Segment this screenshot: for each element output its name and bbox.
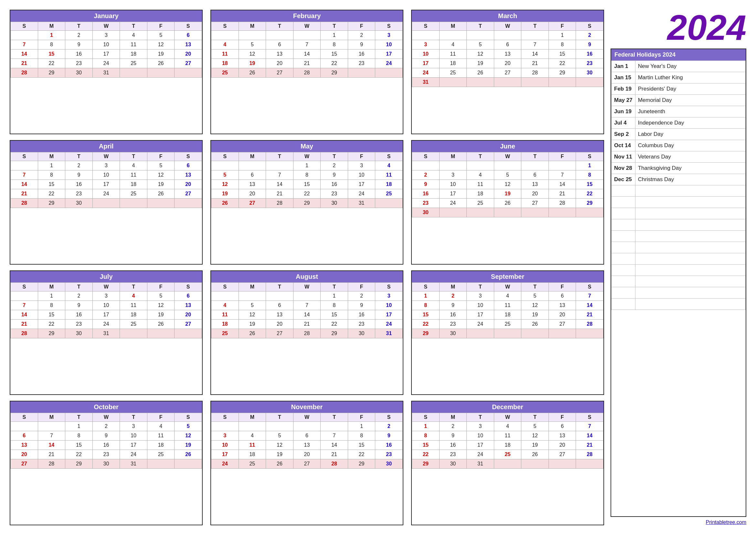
holiday-row: Oct 14Columbus Day (611, 140, 746, 152)
calendar-day: 4 (494, 292, 521, 301)
calendar-day: 18 (120, 310, 148, 320)
calendar-day: 19 (238, 59, 266, 68)
calendar-day: 9 (348, 40, 375, 49)
day-header: S (412, 152, 440, 161)
calendar-day: 24 (467, 320, 494, 329)
calendar-day: 6 (175, 292, 202, 301)
calendar-day: 20 (494, 59, 521, 68)
calendar-day: 21 (38, 450, 65, 459)
calendars-section: JanuarySMTWTFS12345678910111213141516171… (10, 10, 604, 525)
calendar-day: 30 (321, 199, 348, 208)
calendar-day: 20 (11, 450, 38, 459)
calendar-week-row: 123 (211, 292, 403, 301)
calendar-day: 7 (293, 301, 321, 310)
holiday-row-empty (611, 253, 746, 265)
calendar-day (521, 161, 549, 170)
calendar-day (375, 199, 403, 208)
holiday-date: Jun 19 (611, 106, 635, 117)
calendar-week-row: 78910111213 (11, 301, 202, 310)
day-header: F (147, 152, 175, 161)
calendar-day (521, 329, 549, 338)
day-header: T (65, 22, 93, 31)
day-header: S (211, 413, 239, 422)
calendar-day: 28 (11, 68, 38, 78)
calendar-day: 4 (439, 40, 467, 49)
calendar-day (549, 78, 576, 87)
calendar-week-row: 9101112131415 (412, 180, 604, 189)
holiday-name: Memorial Day (635, 95, 745, 106)
day-header: W (494, 283, 521, 292)
calendar-day: 1 (38, 31, 65, 40)
calendar-day: 25 (467, 199, 494, 208)
calendar-day: 29 (38, 329, 65, 338)
calendar-day (549, 161, 576, 170)
holiday-date: May 27 (611, 95, 635, 106)
calendar-day: 1 (293, 161, 321, 170)
day-header: T (521, 283, 549, 292)
day-header: M (439, 413, 467, 422)
day-header: W (293, 413, 321, 422)
calendar-day: 11 (375, 170, 403, 180)
calendar-day: 29 (412, 329, 440, 338)
day-header: S (576, 152, 604, 161)
calendar-day: 1 (321, 292, 348, 301)
calendar-day: 23 (576, 59, 604, 68)
calendar-day: 14 (11, 49, 38, 59)
calendar-day: 7 (521, 40, 549, 49)
holiday-row-empty (611, 185, 746, 197)
calendar-table-december: SMTWTFS123456789101112131415161718192021… (412, 413, 604, 469)
day-header: T (65, 152, 93, 161)
calendar-day: 13 (266, 49, 293, 59)
holiday-date: Sep 2 (611, 129, 635, 140)
day-header: M (38, 413, 65, 422)
calendar-day: 27 (266, 329, 293, 338)
calendar-day (494, 31, 521, 40)
calendar-day: 10 (93, 170, 120, 180)
calendar-week-row: 6789101112 (11, 431, 202, 440)
calendar-day: 29 (38, 199, 65, 208)
day-header: F (549, 413, 576, 422)
calendar-day: 16 (576, 49, 604, 59)
calendar-day: 11 (211, 49, 239, 59)
calendar-day: 14 (293, 49, 321, 59)
calendar-day: 9 (93, 431, 120, 440)
calendar-day (238, 161, 266, 170)
holiday-row-empty (611, 197, 746, 208)
calendar-day (549, 208, 576, 217)
calendar-header-january: January (10, 10, 202, 22)
day-header: F (348, 283, 375, 292)
calendar-day: 22 (38, 320, 65, 329)
holiday-date: Dec 25 (611, 174, 635, 185)
calendar-day: 14 (549, 180, 576, 189)
holiday-date: Jan 15 (611, 72, 635, 83)
calendar-day: 26 (238, 329, 266, 338)
calendar-day (120, 329, 148, 338)
calendar-day: 13 (549, 431, 576, 440)
calendar-day: 6 (293, 431, 321, 440)
calendar-header-october: October (10, 401, 202, 413)
calendar-day: 26 (147, 59, 175, 68)
day-header: S (211, 152, 239, 161)
calendar-day: 15 (348, 440, 375, 450)
day-header: T (266, 413, 293, 422)
calendar-day: 23 (412, 199, 440, 208)
day-header: S (11, 413, 38, 422)
calendar-day: 7 (38, 431, 65, 440)
day-header: T (120, 152, 148, 161)
day-header: T (521, 152, 549, 161)
calendar-week-row: 14151617181920 (11, 310, 202, 320)
calendar-day (147, 199, 175, 208)
day-header: T (321, 22, 348, 31)
calendar-day: 16 (65, 310, 93, 320)
calendar-week-row: 23242526272829 (412, 199, 604, 208)
calendar-day: 1 (348, 422, 375, 431)
calendar-day: 7 (11, 301, 38, 310)
calendar-day: 18 (238, 450, 266, 459)
footer-link[interactable]: Printabletree.com (610, 520, 746, 525)
calendar-day: 11 (494, 431, 521, 440)
calendar-day: 17 (348, 180, 375, 189)
calendar-week-row: 891011121314 (412, 301, 604, 310)
calendar-day: 1 (38, 161, 65, 170)
calendar-day: 13 (494, 49, 521, 59)
calendar-day: 15 (38, 310, 65, 320)
